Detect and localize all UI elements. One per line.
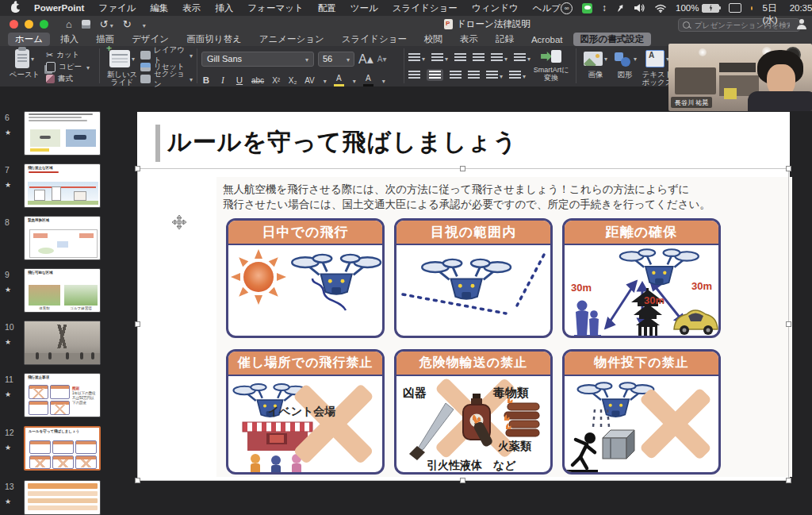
layout-button[interactable]: レイアウト <box>140 50 193 60</box>
convert-smartart-button[interactable]: SmartArtに変換 <box>530 48 572 82</box>
menu-edit[interactable]: 編集 <box>150 2 168 14</box>
numbering-button[interactable] <box>431 50 448 64</box>
tab-design[interactable]: デザイン <box>124 33 176 46</box>
selection-handle[interactable] <box>460 478 465 483</box>
selection-handle[interactable] <box>135 166 140 171</box>
increase-font-icon[interactable]: A▴ <box>358 52 373 67</box>
text-direction-button[interactable] <box>486 67 503 82</box>
font-size-select[interactable]: 56 <box>318 52 354 67</box>
thumbnail-slide-6[interactable] <box>24 111 101 156</box>
thumbnail-slide-9[interactable]: 飛行可能な区域 体育館 ゴルフ練習場 <box>24 268 101 313</box>
wifi-icon[interactable] <box>655 2 666 14</box>
cut-button[interactable]: カット <box>46 50 95 60</box>
menubar-time[interactable]: 20:35 <box>790 3 812 13</box>
home-quick-icon[interactable]: ⌂ <box>66 18 72 30</box>
creative-cloud-icon[interactable]: ∞ <box>561 2 573 14</box>
align-text-button[interactable] <box>509 67 526 82</box>
copy-button[interactable]: コピー <box>46 62 95 72</box>
slide-body-text[interactable]: 無人航空機を飛行させる際には、次の方法に従って飛行させましょう！これらの方法によ… <box>223 182 710 212</box>
highlight-color-button[interactable]: A <box>334 75 344 86</box>
panel-daytime-flight[interactable]: 日中での飛行 <box>226 218 385 338</box>
display-arrange-icon[interactable]: ↕ <box>602 2 607 14</box>
panel-visual-range[interactable]: 目視の範囲内 <box>394 218 553 338</box>
toolbar-options-icon[interactable] <box>141 18 146 30</box>
subscript-button[interactable]: X₂ <box>288 76 297 85</box>
align-left-button[interactable] <box>408 71 420 79</box>
superscript-button[interactable]: X² <box>271 76 281 85</box>
menu-arrange[interactable]: 配置 <box>318 2 336 14</box>
tab-view[interactable]: 表示 <box>453 33 485 46</box>
character-spacing-button[interactable]: AV <box>304 76 315 85</box>
app-menu[interactable]: PowerPoint <box>34 3 84 13</box>
apple-menu-icon[interactable] <box>11 3 20 13</box>
tab-transitions[interactable]: 画面切り替え <box>179 33 249 46</box>
tab-animations[interactable]: アニメーション <box>252 33 331 46</box>
selection-handle[interactable] <box>135 478 140 483</box>
menu-tools[interactable]: ツール <box>350 2 378 14</box>
font-name-select[interactable]: Gill Sans <box>201 52 314 67</box>
thumbnail-slide-8[interactable]: 緊急用務区域 <box>24 216 101 260</box>
strikethrough-button[interactable]: abc <box>251 76 264 85</box>
menu-slideshow[interactable]: スライドショー <box>393 2 458 14</box>
selection-handle[interactable] <box>135 321 140 327</box>
panel-distance[interactable]: 距離の確保 <box>562 218 721 338</box>
section-button[interactable]: セクション <box>140 74 193 84</box>
thumbnail-slide-11[interactable]: 飛行禁止事項 罰則 1年以下の懲役 又は50万円以 下の罰金 <box>24 373 101 417</box>
thumbnail-slide-12-selected[interactable]: ルールを守って飛ばしましょう <box>24 426 101 471</box>
decrease-indent-button[interactable] <box>454 53 466 62</box>
undo-icon[interactable]: ↺ <box>100 18 113 30</box>
italic-button[interactable]: I <box>218 75 228 85</box>
justify-button[interactable] <box>468 71 480 79</box>
tab-record[interactable]: 記録 <box>488 33 521 46</box>
picture-button[interactable]: 画像 <box>580 48 611 79</box>
shapes-button[interactable]: 図形 <box>611 48 639 79</box>
save-icon[interactable] <box>82 20 90 29</box>
selection-handle[interactable] <box>460 166 465 171</box>
menu-view[interactable]: 表示 <box>182 2 201 14</box>
slide-canvas[interactable]: ルールを守って飛ばしましょう 無人航空機を飛行させる際には、次の方法に従って飛行… <box>137 112 790 481</box>
panel-drop-ban[interactable]: 物件投下の禁止 <box>562 349 721 475</box>
paste-button[interactable]: ペースト <box>3 48 46 79</box>
sidecar-display-icon[interactable] <box>729 2 741 14</box>
tab-home[interactable]: ホーム <box>8 33 50 46</box>
pin-icon[interactable] <box>616 2 625 14</box>
bullets-button[interactable] <box>408 50 425 64</box>
tab-shape-format[interactable]: 図形の書式設定 <box>573 33 652 46</box>
menu-format[interactable]: フォーマット <box>247 2 303 14</box>
bold-button[interactable]: B <box>201 75 211 85</box>
increase-indent-button[interactable] <box>473 53 485 62</box>
selection-handle[interactable] <box>786 321 791 327</box>
menu-insert[interactable]: 挿入 <box>215 2 233 14</box>
thumbnail-slide-13[interactable] <box>24 480 101 515</box>
line-app-icon[interactable] <box>582 2 592 14</box>
menubar-date[interactable]: 4月5日(水) <box>762 0 779 26</box>
decrease-font-icon[interactable]: A▾ <box>377 55 387 63</box>
align-center-button[interactable] <box>427 69 443 81</box>
redo-icon[interactable]: ↻ <box>123 18 132 30</box>
panel-event-ban[interactable]: 催し場所での飛行禁止 <box>226 349 385 475</box>
zoom-button[interactable] <box>40 20 48 29</box>
tab-acrobat[interactable]: Acrobat <box>524 34 570 45</box>
minimize-button[interactable] <box>25 20 33 29</box>
menu-window[interactable]: ウィンドウ <box>472 2 519 14</box>
thumbnail-slide-7[interactable]: 飛行禁止な区域 <box>24 163 101 208</box>
new-slide-button[interactable]: 新しいスライド <box>104 48 140 86</box>
thumbnail-slide-10[interactable] <box>24 321 101 365</box>
close-button[interactable] <box>10 20 18 29</box>
panel-hazmat-ban[interactable]: 危険物輸送の禁止 <box>394 349 553 475</box>
columns-button[interactable] <box>514 50 530 64</box>
line-spacing-button[interactable] <box>491 50 508 64</box>
underline-button[interactable]: U <box>235 75 244 85</box>
menu-file[interactable]: ファイル <box>98 2 136 14</box>
tab-review[interactable]: 校閲 <box>417 33 450 46</box>
selection-handle[interactable] <box>786 166 791 171</box>
menu-help[interactable]: ヘルプ <box>533 2 561 14</box>
align-right-button[interactable] <box>450 71 462 79</box>
slide-title[interactable]: ルールを守って飛ばしましょう <box>167 126 518 159</box>
font-color-button[interactable]: A <box>363 75 373 86</box>
selection-handle[interactable] <box>786 478 791 483</box>
volume-icon[interactable] <box>634 2 645 14</box>
format-painter-button[interactable]: 書式 <box>46 74 95 84</box>
tab-draw[interactable]: 描画 <box>89 33 121 46</box>
battery-indicator[interactable]: 100% <box>676 3 719 13</box>
